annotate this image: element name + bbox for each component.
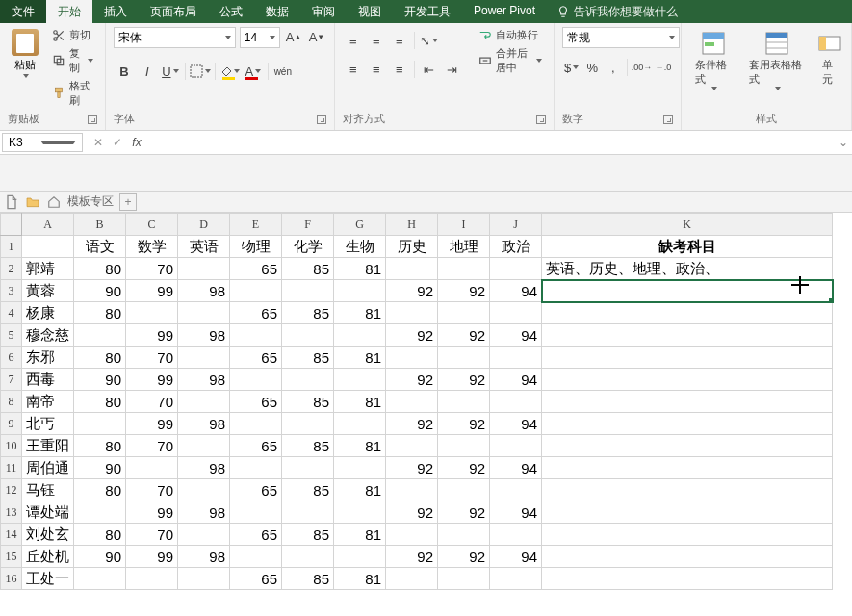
cell-D2[interactable] xyxy=(178,258,230,280)
col-header-I[interactable]: I xyxy=(438,214,490,236)
row-header-7[interactable]: 7 xyxy=(1,369,22,391)
row-header-10[interactable]: 10 xyxy=(1,435,22,457)
home-icon[interactable] xyxy=(46,194,62,210)
cell-H9[interactable]: 92 xyxy=(386,413,438,435)
cell-B10[interactable]: 80 xyxy=(74,435,126,457)
row-header-6[interactable]: 6 xyxy=(1,346,22,369)
cell-J6[interactable] xyxy=(490,346,542,369)
cell-H14[interactable] xyxy=(386,524,438,546)
formula-input[interactable] xyxy=(150,141,835,144)
cell-D14[interactable] xyxy=(178,524,230,546)
cell-K9[interactable] xyxy=(542,413,833,435)
cut-button[interactable]: 剪切 xyxy=(48,27,97,43)
cell-F13[interactable] xyxy=(282,501,334,524)
col-header-J[interactable]: J xyxy=(490,214,542,236)
row-header-2[interactable]: 2 xyxy=(1,258,22,280)
tab-developer[interactable]: 开发工具 xyxy=(393,0,462,23)
cell-B14[interactable]: 80 xyxy=(74,524,126,546)
cell-K1[interactable]: 缺考科目 xyxy=(542,236,833,258)
cell-F16[interactable]: 85 xyxy=(282,568,334,590)
cell-K2[interactable]: 英语、历史、地理、政治、 xyxy=(542,258,833,280)
copy-button[interactable]: 复制 xyxy=(48,45,97,76)
cell-G10[interactable]: 81 xyxy=(334,435,386,457)
col-header-B[interactable]: B xyxy=(74,214,126,236)
cell-F9[interactable] xyxy=(282,413,334,435)
decrease-indent-button[interactable]: ⇤ xyxy=(419,60,440,79)
row-header-16[interactable]: 16 xyxy=(1,568,22,590)
cell-K15[interactable] xyxy=(542,546,833,568)
spreadsheet-grid[interactable]: ABCDEFGHIJK1语文数学英语物理化学生物历史地理政治缺考科目2郭靖807… xyxy=(0,213,852,590)
cell-E16[interactable]: 65 xyxy=(230,568,282,590)
cell-B7[interactable]: 90 xyxy=(74,369,126,391)
cell-A12[interactable]: 马钰 xyxy=(22,479,74,501)
cell-D3[interactable]: 98 xyxy=(178,280,230,302)
new-file-icon[interactable] xyxy=(4,194,19,210)
cell-D6[interactable] xyxy=(178,346,230,369)
tab-review[interactable]: 审阅 xyxy=(300,0,347,23)
comma-style-button[interactable]: , xyxy=(604,58,623,77)
folder-icon[interactable] xyxy=(25,194,40,210)
cell-J14[interactable] xyxy=(490,524,542,546)
col-header-A[interactable]: A xyxy=(22,214,74,236)
cell-G14[interactable]: 81 xyxy=(334,524,386,546)
cell-F4[interactable]: 85 xyxy=(282,302,334,324)
cell-B16[interactable] xyxy=(74,568,126,590)
underline-button[interactable]: U xyxy=(160,62,181,81)
cell-K3[interactable] xyxy=(542,280,833,302)
col-header-F[interactable]: F xyxy=(282,214,334,236)
cell-G11[interactable] xyxy=(334,457,386,479)
cell-I16[interactable] xyxy=(438,568,490,590)
font-name-combo[interactable]: 宋体 xyxy=(114,27,236,48)
cell-C10[interactable]: 70 xyxy=(126,435,178,457)
select-all-corner[interactable] xyxy=(1,214,22,236)
cell-J4[interactable] xyxy=(490,302,542,324)
row-header-13[interactable]: 13 xyxy=(1,501,22,524)
cell-styles-button[interactable]: 单元 xyxy=(816,27,843,89)
row-header-12[interactable]: 12 xyxy=(1,479,22,501)
cell-E9[interactable] xyxy=(230,413,282,435)
tab-view[interactable]: 视图 xyxy=(347,0,393,23)
format-painter-button[interactable]: 格式刷 xyxy=(48,78,97,109)
tell-me-search[interactable]: 告诉我你想要做什么 xyxy=(547,0,687,23)
cell-J1[interactable]: 政治 xyxy=(490,236,542,258)
conditional-format-button[interactable]: 条件格式 xyxy=(689,27,738,92)
cell-J12[interactable] xyxy=(490,479,542,501)
row-header-11[interactable]: 11 xyxy=(1,457,22,479)
cell-B2[interactable]: 80 xyxy=(74,258,126,280)
cell-C11[interactable] xyxy=(126,457,178,479)
cell-H5[interactable]: 92 xyxy=(386,324,438,346)
cell-E6[interactable]: 65 xyxy=(230,346,282,369)
cell-I9[interactable]: 92 xyxy=(438,413,490,435)
cell-C13[interactable]: 99 xyxy=(126,501,178,524)
cell-J15[interactable]: 94 xyxy=(490,546,542,568)
cell-E4[interactable]: 65 xyxy=(230,302,282,324)
dialog-launcher[interactable] xyxy=(536,115,546,124)
cell-I11[interactable]: 92 xyxy=(438,457,490,479)
cell-B5[interactable] xyxy=(74,324,126,346)
cell-K5[interactable] xyxy=(542,324,833,346)
cell-G1[interactable]: 生物 xyxy=(334,236,386,258)
align-top-button[interactable]: ≡ xyxy=(343,31,364,50)
cell-H15[interactable]: 92 xyxy=(386,546,438,568)
cell-C9[interactable]: 99 xyxy=(126,413,178,435)
align-left-button[interactable]: ≡ xyxy=(343,60,364,79)
dialog-launcher[interactable] xyxy=(317,115,326,124)
cell-D9[interactable]: 98 xyxy=(178,413,230,435)
cell-E7[interactable] xyxy=(230,369,282,391)
row-header-8[interactable]: 8 xyxy=(1,391,22,413)
paste-button[interactable]: 粘贴 xyxy=(8,27,42,80)
cell-C15[interactable]: 99 xyxy=(126,546,178,568)
cell-G7[interactable] xyxy=(334,369,386,391)
cell-D10[interactable] xyxy=(178,435,230,457)
tab-insert[interactable]: 插入 xyxy=(92,0,139,23)
number-format-combo[interactable]: 常规 xyxy=(562,27,680,48)
cell-A6[interactable]: 东邪 xyxy=(22,346,74,369)
cell-G6[interactable]: 81 xyxy=(334,346,386,369)
cell-B9[interactable] xyxy=(74,413,126,435)
cell-C1[interactable]: 数学 xyxy=(126,236,178,258)
cell-E14[interactable]: 65 xyxy=(230,524,282,546)
cell-E11[interactable] xyxy=(230,457,282,479)
cell-D13[interactable]: 98 xyxy=(178,501,230,524)
cell-F12[interactable]: 85 xyxy=(282,479,334,501)
col-header-K[interactable]: K xyxy=(542,214,833,236)
